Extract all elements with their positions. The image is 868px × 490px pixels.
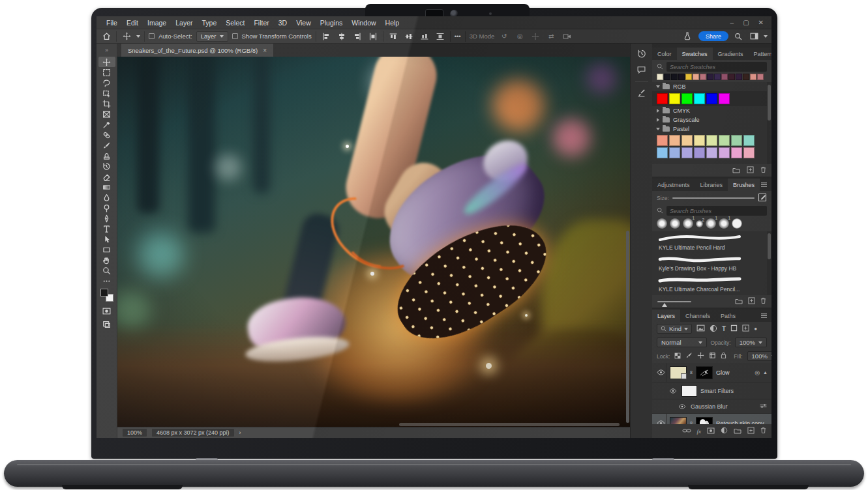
foreground-background-colors[interactable] [100, 289, 113, 302]
smart-filters-thumbnail[interactable] [681, 385, 697, 397]
add-layer-mask-icon[interactable] [707, 427, 715, 435]
tab-brushes[interactable]: Brushes [728, 179, 760, 191]
swatch-group-grayscale[interactable]: Grayscale [652, 115, 771, 124]
layer-effects-fx-icon[interactable]: fx [697, 428, 702, 435]
layer-mask-thumbnail[interactable] [696, 366, 713, 379]
tool-spot-healing-brush[interactable] [98, 130, 115, 140]
brush-tip-soft[interactable]: 1 [683, 218, 693, 229]
swatch[interactable] [728, 74, 735, 80]
canvas-horizontal-scrollbar[interactable] [399, 423, 620, 426]
show-transform-checkbox[interactable] [232, 33, 238, 39]
menu-help[interactable]: Help [381, 19, 404, 27]
tool-frame[interactable] [98, 109, 115, 119]
tab-adjustments[interactable]: Adjustments [652, 179, 695, 191]
tab-layers[interactable]: Layers [652, 310, 680, 322]
swatches-search-field[interactable] [670, 64, 764, 70]
tab-patterns[interactable]: Patterns [749, 48, 771, 60]
tool-type[interactable] [98, 223, 115, 234]
brush-item[interactable]: Kyle's Drawing Box - Happy HB [652, 253, 771, 274]
beta-flask-icon[interactable] [681, 31, 693, 42]
swatch[interactable] [694, 93, 705, 104]
tool-blur[interactable] [98, 192, 115, 203]
blend-mode-dropdown[interactable]: Normal [657, 338, 707, 347]
brush-tip-soft[interactable]: 2 [696, 220, 703, 227]
swatch[interactable] [700, 74, 706, 80]
fill-dropdown[interactable]: 100% [747, 351, 771, 361]
screen-mode-icon[interactable] [98, 319, 115, 329]
new-group-folder-icon[interactable] [735, 298, 743, 306]
canvas-vertical-scrollbar[interactable] [626, 231, 629, 423]
swatch[interactable] [681, 93, 693, 104]
layer-row-gaussian-blur[interactable]: Gaussian Blur [652, 399, 771, 414]
chevron-down-icon[interactable] [136, 35, 140, 38]
swatch[interactable] [669, 93, 680, 104]
3d-roll-icon[interactable]: ◎ [514, 31, 526, 42]
visibility-eye-icon[interactable] [677, 399, 687, 413]
brush-tip-hard[interactable] [732, 218, 742, 229]
swatches-search-input[interactable] [666, 62, 767, 72]
swatch[interactable] [664, 74, 670, 80]
layer-name[interactable]: Glow [716, 369, 730, 376]
delete-brush-trash-icon[interactable] [760, 297, 766, 306]
tab-close-icon[interactable]: × [263, 47, 267, 54]
home-icon[interactable] [100, 31, 112, 42]
swatch[interactable] [678, 74, 685, 80]
swatch[interactable] [669, 135, 680, 146]
swatch[interactable] [657, 135, 668, 146]
new-group-folder-icon[interactable] [732, 167, 740, 175]
lock-artboard-icon[interactable] [709, 352, 716, 360]
swatch[interactable] [707, 74, 713, 80]
smart-filter-badge-icon[interactable]: ◎ [755, 369, 760, 376]
swatch[interactable] [731, 147, 742, 158]
status-chevron-icon[interactable]: › [239, 429, 241, 436]
align-top-edges-icon[interactable] [387, 31, 399, 42]
swatch[interactable] [757, 74, 764, 80]
swatch[interactable] [706, 93, 717, 104]
swatch-group-pastel[interactable]: Pastel [652, 124, 771, 134]
filter-pixel-layers-icon[interactable] [696, 324, 705, 333]
distribute-vertical-icon[interactable] [434, 31, 446, 42]
tool-hand[interactable] [98, 255, 115, 265]
brushes-scrollbar[interactable] [767, 231, 771, 295]
import-brushes-icon[interactable] [758, 193, 767, 203]
tool-brush[interactable] [98, 140, 115, 151]
distribute-horizontal-icon[interactable] [367, 31, 379, 42]
tool-history-brush[interactable] [98, 161, 115, 171]
swatch[interactable] [736, 74, 742, 80]
tool-dodge[interactable] [98, 203, 115, 213]
close-icon[interactable]: ✕ [758, 19, 764, 26]
visibility-eye-icon[interactable] [668, 382, 678, 399]
brush-settings-panel-icon[interactable] [637, 89, 646, 98]
visibility-eye-icon[interactable] [656, 414, 666, 424]
swatch[interactable] [714, 74, 721, 80]
filter-type-layers-icon[interactable]: T [722, 325, 726, 332]
align-right-edges-icon[interactable] [352, 31, 363, 42]
brushes-search-field[interactable] [670, 208, 764, 214]
swatch[interactable] [731, 135, 742, 146]
menu-type[interactable]: Type [197, 19, 221, 27]
expand-triangle-icon[interactable] [657, 109, 659, 113]
tool-path-selection[interactable] [98, 234, 115, 244]
menu-image[interactable]: Image [143, 19, 171, 27]
brush-tip-soft[interactable] [657, 218, 667, 229]
layer-thumbnail[interactable] [670, 417, 687, 425]
zoom-level-field[interactable]: 100% [123, 429, 147, 437]
workspace-switcher-icon[interactable] [748, 31, 760, 42]
brush-tip-soft[interactable]: 1 [706, 218, 716, 229]
filter-smart-objects-icon[interactable] [742, 324, 749, 333]
swatch[interactable] [719, 147, 730, 158]
edit-toolbar-icon[interactable] [98, 276, 115, 286]
swatch[interactable] [719, 135, 730, 146]
link-layers-icon[interactable] [682, 427, 691, 435]
swatch[interactable] [719, 93, 730, 104]
lock-all-icon[interactable] [721, 352, 726, 360]
tab-gradients[interactable]: Gradients [713, 48, 749, 60]
3d-camera-icon[interactable] [561, 31, 573, 42]
brushes-search-input[interactable] [666, 206, 767, 216]
tool-rectangular-marquee[interactable] [98, 67, 115, 78]
swatch[interactable] [657, 147, 668, 158]
more-options-icon[interactable]: ••• [455, 33, 461, 40]
menu-select[interactable]: Select [221, 19, 249, 27]
document-tab[interactable]: Sneakers_of_the_Future.psd @ 100% (RGB/8… [121, 44, 273, 57]
lock-transparent-icon[interactable] [674, 353, 681, 360]
